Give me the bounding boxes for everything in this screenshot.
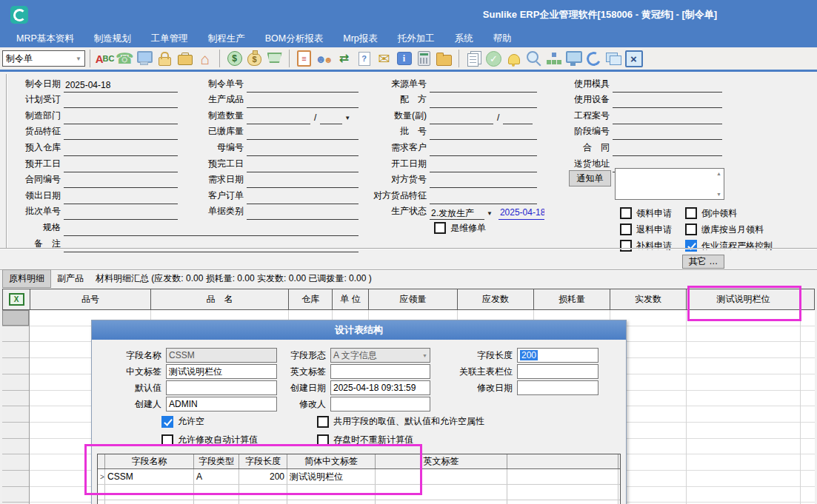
- input-contract[interactable]: [613, 144, 722, 156]
- col-loss-qty[interactable]: 损耗量: [534, 289, 610, 309]
- input-order-no[interactable]: [247, 80, 359, 93]
- col-item-name[interactable]: 品 名: [151, 289, 289, 309]
- input-plan-order[interactable]: [64, 95, 178, 108]
- input-en-label[interactable]: [330, 364, 430, 379]
- select-field-type[interactable]: A 文字信息▼: [330, 348, 430, 363]
- dialog-grid-empty-row[interactable]: [98, 485, 620, 500]
- excel-export-button[interactable]: [3, 289, 30, 309]
- menu-process-production[interactable]: 制程生产: [208, 33, 245, 45]
- input-mfg-dept[interactable]: [64, 112, 178, 124]
- dcol-field-name[interactable]: 字段名称: [105, 454, 194, 468]
- dcol-cn-label[interactable]: 简体中文标签: [287, 454, 376, 468]
- menu-mrp-basic[interactable]: MRP基本资料: [16, 33, 74, 45]
- input-parent-no[interactable]: [247, 144, 359, 156]
- col-required-qty[interactable]: 应领量: [369, 289, 458, 309]
- lock-icon[interactable]: [155, 49, 175, 68]
- input-demand-customer[interactable]: [430, 144, 537, 156]
- picking-request-checkbox[interactable]: [620, 207, 632, 219]
- dialog-grid-row[interactable]: > CSSM A 200 测试说明栏位: [98, 469, 620, 485]
- input-contract-no[interactable]: [64, 175, 178, 188]
- input-creator[interactable]: ADMIN: [166, 397, 277, 411]
- cascade-windows-icon[interactable]: [604, 49, 624, 68]
- menu-help[interactable]: 帮助: [493, 33, 512, 45]
- dcol-field-type[interactable]: 字段类型: [194, 454, 239, 468]
- input-warehouse-in[interactable]: [64, 144, 178, 156]
- input-customer-order[interactable]: [247, 192, 359, 204]
- home-icon[interactable]: ⌂: [195, 49, 215, 68]
- input-remark[interactable]: [64, 240, 359, 252]
- input-qty-aux[interactable]: [430, 112, 493, 124]
- input-doc-category[interactable]: [247, 207, 359, 220]
- production-status-date-link[interactable]: 2025-04-18: [498, 207, 544, 220]
- stockin-by-month-checkbox[interactable]: [685, 224, 697, 235]
- production-status-value[interactable]: 2.发放生产: [430, 207, 484, 220]
- menu-bom-reports[interactable]: BOM分析报表: [265, 33, 323, 45]
- input-stocked-qty[interactable]: [247, 127, 359, 140]
- phone-icon[interactable]: ☎: [115, 49, 135, 68]
- help-doc-icon[interactable]: [354, 49, 374, 68]
- tab-raw-material-detail[interactable]: 原料明细: [2, 269, 51, 288]
- computer-icon[interactable]: [135, 49, 155, 68]
- input-product[interactable]: [247, 95, 359, 108]
- tab-material-summary[interactable]: 材料明细汇总 (应发数: 0.00 损耗量: 0.00 实发数: 0.00 已调…: [90, 272, 372, 285]
- search-icon[interactable]: [524, 49, 544, 68]
- spell-check-icon[interactable]: ABC: [95, 49, 115, 68]
- exchange-icon[interactable]: ⇄: [334, 49, 354, 68]
- dialog-grid-empty-row[interactable]: [98, 500, 620, 504]
- input-stage-no[interactable]: [613, 127, 722, 140]
- menu-workorder[interactable]: 工单管理: [151, 33, 188, 45]
- no-recalc-on-save-checkbox[interactable]: [317, 434, 329, 446]
- input-link-main-col[interactable]: [517, 364, 598, 379]
- menu-outsourcing[interactable]: 托外加工: [398, 33, 435, 45]
- input-mfg-qty-unit[interactable]: [320, 112, 342, 124]
- scroll-up-icon[interactable]: ▲: [716, 171, 721, 176]
- notice-button[interactable]: 通知单: [569, 170, 611, 187]
- check-circle-icon[interactable]: ✓: [484, 49, 504, 68]
- cart-icon[interactable]: [264, 49, 284, 68]
- monitor-icon[interactable]: [564, 49, 584, 68]
- repair-order-checkbox[interactable]: [434, 222, 446, 234]
- input-project-no[interactable]: [613, 112, 722, 124]
- menu-mrp-reports[interactable]: Mrp报表: [343, 33, 378, 45]
- input-source-no[interactable]: [430, 80, 537, 93]
- doc-type-select[interactable]: 制令单 ▼: [2, 50, 85, 67]
- cell-field-name[interactable]: CSSM: [105, 469, 194, 484]
- chevron-down-icon[interactable]: ▼: [342, 115, 350, 124]
- sitemap-icon[interactable]: [544, 49, 564, 68]
- input-qty-aux2[interactable]: [503, 112, 533, 124]
- cell-en-label[interactable]: [376, 469, 507, 484]
- cell-cn-label[interactable]: 测试说明栏位: [287, 469, 376, 484]
- allow-null-checkbox[interactable]: [161, 416, 173, 428]
- return-request-checkbox[interactable]: [620, 224, 632, 235]
- input-spec[interactable]: [64, 224, 359, 236]
- close-icon[interactable]: ×: [624, 49, 644, 68]
- money-bag-icon[interactable]: $: [244, 49, 264, 68]
- input-batch-no[interactable]: [64, 207, 178, 220]
- allow-modify-auto-checkbox[interactable]: [161, 434, 173, 446]
- input-plan-start[interactable]: [64, 160, 178, 172]
- input-demand-date[interactable]: [247, 175, 359, 188]
- input-order-date[interactable]: 2025-04-18: [64, 80, 178, 93]
- col-actual-qty[interactable]: 实发数: [610, 289, 687, 309]
- menu-system[interactable]: 系统: [455, 33, 473, 45]
- input-counterpart-item[interactable]: [430, 175, 537, 188]
- briefcase-icon[interactable]: [175, 49, 195, 68]
- people-icon[interactable]: ☻☻: [314, 49, 334, 68]
- refresh-icon[interactable]: [584, 49, 604, 68]
- col-test-description[interactable]: 测试说明栏位: [687, 289, 801, 309]
- send-mail-icon[interactable]: ✉: [374, 49, 394, 68]
- calculator-icon[interactable]: [414, 49, 434, 68]
- menu-mfg-planning[interactable]: 制造规划: [94, 33, 131, 45]
- cell-field-length[interactable]: 200: [239, 469, 287, 484]
- copy-doc-icon[interactable]: [464, 49, 484, 68]
- input-plan-finish[interactable]: [247, 160, 359, 172]
- input-formula[interactable]: [430, 95, 537, 108]
- input-product-feature[interactable]: [64, 127, 178, 140]
- cell-field-type[interactable]: A: [194, 469, 239, 484]
- input-create-date[interactable]: 2025-04-18 09:31:59: [330, 380, 430, 395]
- input-cn-label[interactable]: 测试说明栏位: [166, 364, 277, 379]
- input-start-date[interactable]: [430, 160, 537, 172]
- input-counterpart-feature[interactable]: [430, 192, 537, 204]
- folder-icon[interactable]: [434, 49, 454, 68]
- grid-row-selector-column[interactable]: [2, 310, 30, 504]
